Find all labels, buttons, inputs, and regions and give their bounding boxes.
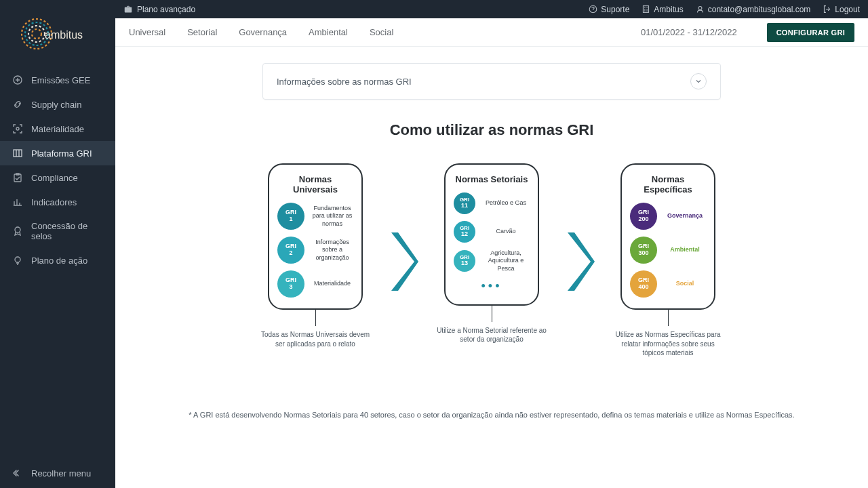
- gri-badge: GRI13: [454, 250, 475, 272]
- nav-label: Materialidade: [31, 124, 84, 134]
- support-link[interactable]: Suporte: [589, 5, 629, 14]
- tab-social[interactable]: Social: [370, 27, 393, 37]
- svg-rect-7: [14, 150, 22, 157]
- card-universal-wrap: Normas Universais GRI1 Fundamentos para …: [248, 163, 383, 348]
- topbar-dark: Plano avançado Suporte Ambitus contato@a…: [115, 0, 868, 18]
- nav-label: Emissões GEE: [31, 75, 90, 85]
- gri-13: GRI13 Agricultura, Aquicultura e Pesca: [454, 249, 530, 272]
- info-accordion[interactable]: Informações sobre as normas GRI: [262, 63, 721, 100]
- nav-label: Plataforma GRI: [31, 148, 92, 159]
- gri-badge: GRI3: [277, 270, 304, 298]
- card-specific: Normas Específicas GRI200 Governança GRI…: [620, 163, 715, 310]
- help-icon: [589, 5, 597, 14]
- building-icon: [642, 5, 650, 14]
- badge-icon: [12, 226, 23, 237]
- gri-badge: GRI200: [630, 203, 657, 230]
- svg-point-2: [28, 26, 45, 42]
- gri-badge: GRI12: [454, 221, 475, 243]
- tab-setorial[interactable]: Setorial: [187, 27, 217, 37]
- svg-point-9: [15, 227, 20, 232]
- user-icon: [696, 5, 705, 14]
- gri-badge: GRI400: [630, 270, 657, 298]
- nav-compliance[interactable]: Compliance: [0, 165, 115, 190]
- collapse-menu[interactable]: Recolher menu: [0, 458, 115, 488]
- svg-rect-12: [644, 6, 649, 13]
- logo: ambitus: [0, 0, 115, 68]
- accordion-title: Informações sobre as normas GRI: [277, 77, 412, 87]
- logout-icon: [823, 5, 831, 14]
- topbar-light: Universal Setorial Governança Ambiental …: [115, 18, 868, 47]
- section-title: Como utilizar as normas GRI: [115, 121, 868, 139]
- chart-icon: [12, 197, 23, 207]
- config-gri-button[interactable]: CONFIGURAR GRI: [767, 23, 854, 42]
- more-icon: •••: [454, 279, 530, 293]
- svg-point-13: [698, 6, 702, 9]
- nav-plano-acao[interactable]: Plano de ação: [0, 248, 115, 272]
- nav-label: Indicadores: [31, 197, 77, 207]
- nav-label: Concessão de selos: [31, 221, 103, 241]
- nav-materialidade[interactable]: Materialidade: [0, 117, 115, 141]
- chevron-down-icon: [690, 73, 707, 89]
- nav-supplychain[interactable]: Supply chain: [0, 92, 115, 117]
- card-sectorial-wrap: Normas Setoriais GRI11 Petróleo e Gas GR…: [424, 163, 559, 344]
- content: Informações sobre as normas GRI Como uti…: [115, 47, 868, 488]
- sidebar: ambitus Emissões GEE Supply chain Materi…: [0, 0, 115, 488]
- arrow-icon: [383, 163, 424, 292]
- collapse-icon: [12, 468, 23, 479]
- card-title: Normas Universais: [277, 174, 353, 195]
- nav-selos[interactable]: Concessão de selos: [0, 214, 115, 248]
- nav-label: Plano de ação: [31, 256, 87, 266]
- gri-400: GRI400 Social: [630, 270, 706, 298]
- caption-universal: Todas as Normas Universais devem ser apl…: [258, 330, 373, 348]
- gri-1: GRI1 Fundamentos para utilizar as normas: [277, 203, 353, 230]
- logout-link[interactable]: Logout: [823, 5, 860, 14]
- gri-diagram: Normas Universais GRI1 Fundamentos para …: [115, 163, 868, 358]
- gri-200: GRI200 Governança: [630, 203, 706, 230]
- nav-plataforma-gri[interactable]: Plataforma GRI: [0, 141, 115, 165]
- emissions-icon: [12, 75, 23, 85]
- gri-300: GRI300 Ambiental: [630, 237, 706, 264]
- org-link[interactable]: Ambitus: [642, 5, 683, 14]
- nav-label: Compliance: [31, 173, 78, 183]
- nav-emissoes[interactable]: Emissões GEE: [0, 68, 115, 92]
- tab-universal[interactable]: Universal: [129, 27, 165, 37]
- arrow-icon: [559, 163, 600, 292]
- collapse-label: Recolher menu: [31, 468, 91, 479]
- gri-2: GRI2 Informações sobre a organização: [277, 237, 353, 264]
- gri-11: GRI11 Petróleo e Gas: [454, 192, 530, 214]
- card-title: Normas Setoriais: [454, 174, 530, 184]
- focus-icon: [12, 123, 23, 134]
- tab-ambiental[interactable]: Ambiental: [309, 27, 348, 37]
- caption-sectorial: Utilize a Norma Setorial referente ao se…: [434, 326, 549, 344]
- date-range: 01/01/2022 - 31/12/2022: [641, 27, 737, 37]
- nav-label: Supply chain: [31, 100, 81, 110]
- gri-badge: GRI300: [630, 237, 657, 264]
- svg-text:ambitus: ambitus: [45, 29, 83, 41]
- bulb-icon: [12, 255, 23, 266]
- card-universal: Normas Universais GRI1 Fundamentos para …: [268, 163, 363, 310]
- plan-label: Plano avançado: [137, 5, 195, 14]
- card-title: Normas Específicas: [630, 174, 706, 195]
- caption-specific: Utilize as Normas Específicas para relat…: [610, 330, 726, 358]
- gri-3: GRI3 Materialidade: [277, 270, 353, 298]
- gri-12: GRI12 Carvão: [454, 221, 530, 243]
- card-sectorial: Normas Setoriais GRI11 Petróleo e Gas GR…: [444, 163, 539, 306]
- gri-badge: GRI1: [277, 203, 304, 230]
- clipboard-icon: [12, 172, 23, 183]
- gri-badge: GRI11: [454, 192, 475, 214]
- tab-governanca[interactable]: Governança: [239, 27, 287, 37]
- footnote: * A GRI está desenvolvendo Normas Setori…: [115, 411, 868, 419]
- sidebar-nav: Emissões GEE Supply chain Materialidade …: [0, 68, 115, 458]
- email-link[interactable]: contato@ambitusglobal.com: [696, 5, 811, 14]
- gri-badge: GRI2: [277, 237, 304, 264]
- svg-point-10: [15, 257, 20, 262]
- nav-indicadores[interactable]: Indicadores: [0, 190, 115, 214]
- svg-point-3: [32, 29, 41, 39]
- columns-icon: [12, 148, 23, 159]
- link-icon: [12, 99, 23, 110]
- card-specific-wrap: Normas Específicas GRI200 Governança GRI…: [600, 163, 736, 358]
- briefcase-icon: [123, 5, 133, 14]
- svg-point-6: [16, 127, 19, 130]
